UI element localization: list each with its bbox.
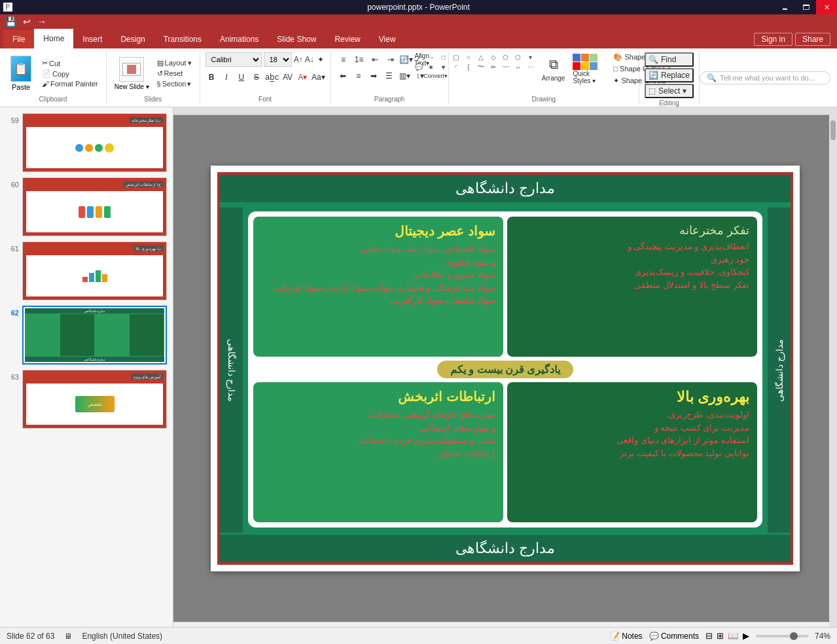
slide-thumb-59[interactable]: 59 ب) تفکر مخترعانه	[6, 113, 167, 172]
decrease-indent-button[interactable]: ⇤	[368, 52, 382, 67]
increase-font-button[interactable]: A↑	[294, 52, 303, 67]
oval-shape[interactable]: ○	[463, 52, 474, 62]
pentagon-shape[interactable]: ⬠	[500, 52, 512, 62]
slide-panel[interactable]: 59 ب) تفکر مخترعانه	[0, 107, 173, 641]
slide-side-right-text: مدارج دانشگاهی	[774, 339, 785, 402]
tab-slideshow[interactable]: Slide Show	[268, 30, 325, 48]
shadow-button[interactable]: ab̲c	[265, 70, 279, 84]
numbering-button[interactable]: 1≡	[352, 52, 366, 67]
connector-shape[interactable]: ↔	[512, 62, 524, 71]
char-spacing-button[interactable]: AV	[281, 70, 294, 84]
tab-insert[interactable]: Insert	[73, 30, 111, 48]
copy-button[interactable]: 📄 Copy	[39, 69, 101, 79]
reset-button[interactable]: ↺ Reset	[154, 69, 194, 79]
curve-shape[interactable]: 〜	[475, 62, 487, 71]
justify-button[interactable]: ☰	[382, 69, 397, 83]
scribble-shape[interactable]: 〰	[500, 62, 512, 71]
canvas-scroll-area[interactable]: مدارج دانشگاهی مدارج دانشگاهی مدارج دانش…	[173, 115, 837, 622]
signin-area: Sign in Share	[754, 33, 837, 48]
slideshow-button[interactable]: ▶	[743, 631, 749, 641]
tab-home[interactable]: Home	[34, 29, 73, 48]
undo-qat-button[interactable]: ↩	[21, 16, 33, 27]
slide-thumb-63[interactable]: 63 آموزش های ویژه تخصص	[6, 370, 167, 429]
italic-button[interactable]: I	[221, 70, 233, 84]
column-button[interactable]: ▥▾	[398, 69, 412, 83]
section-button[interactable]: § Section ▾	[154, 79, 194, 89]
decrease-font-button[interactable]: A↓	[305, 52, 314, 67]
layout-button[interactable]: ▤ Layout ▾	[154, 58, 194, 68]
shapes-more[interactable]: ▾	[525, 52, 537, 62]
tab-file[interactable]: File	[3, 30, 34, 48]
tab-transitions[interactable]: Transitions	[154, 30, 211, 48]
normal-view-button[interactable]: ⊟	[705, 631, 713, 641]
slide-thumb-62[interactable]: 62 مدارج دانشگاهی مدارج دانشگاهی	[6, 306, 167, 365]
slide-thumb-61[interactable]: 61 د) بهره وری بالا	[6, 241, 167, 300]
slide-image-60[interactable]: ج) ارتباطات اثربخش	[22, 177, 167, 236]
bullets-button[interactable]: ≡	[336, 52, 351, 67]
save-qat-button[interactable]: 💾	[3, 16, 18, 27]
slide-sorter-button[interactable]: ⊞	[717, 631, 724, 641]
tab-design[interactable]: Design	[111, 30, 154, 48]
font-size-selector[interactable]: 18	[264, 52, 292, 67]
align-left-button[interactable]: ⬅	[336, 69, 351, 83]
tab-review[interactable]: Review	[325, 30, 369, 48]
maximize-button[interactable]: 🗖	[795, 0, 816, 14]
reading-view-button[interactable]: 📖	[728, 631, 739, 641]
rect-shape[interactable]: □	[438, 52, 450, 62]
search-box[interactable]: 🔍 Tell me what you want to do...	[700, 71, 830, 84]
slide-62-header-mini: مدارج دانشگاهی	[25, 308, 164, 313]
find-button[interactable]: 🔍 Find	[645, 52, 694, 67]
diamond-shape[interactable]: ◇	[488, 52, 499, 62]
align-right-button[interactable]: ➡	[367, 69, 382, 83]
close-button[interactable]: ✕	[816, 0, 837, 14]
replace-button[interactable]: 🔄 Replace	[645, 68, 694, 82]
align-center-button[interactable]: ≡	[351, 69, 366, 83]
minimize-button[interactable]: 🗕	[774, 0, 795, 14]
quick-styles-button[interactable]: Quick Styles ▾	[570, 52, 608, 86]
line-shape[interactable]: ╱	[413, 52, 425, 62]
freeform-shape[interactable]: ✏	[488, 62, 499, 71]
format-painter-button[interactable]: 🖌 Format Painter	[39, 79, 101, 88]
slide-thumb-60[interactable]: 60 ج) ارتباطات اثربخش	[6, 177, 167, 236]
slide-image-61[interactable]: د) بهره وری بالا	[22, 241, 167, 300]
more-shapes[interactable]: ⋯	[525, 62, 537, 71]
comments-button[interactable]: 💬 Comments	[649, 632, 699, 641]
cut-button[interactable]: ✂ Cut	[39, 58, 101, 68]
signin-button[interactable]: Sign in	[754, 33, 792, 46]
bold-button[interactable]: B	[205, 70, 218, 84]
share-button[interactable]: Share	[795, 33, 830, 46]
arrange-button[interactable]: ⧉ Arrange	[539, 52, 568, 83]
font-family-selector[interactable]: Calibri	[205, 52, 262, 67]
arc-shape[interactable]: ◜	[450, 62, 462, 71]
callout-shape[interactable]: 💬	[413, 62, 425, 71]
arrow-shape[interactable]: →	[425, 52, 437, 62]
new-slide-button[interactable]: New Slide ▾	[112, 57, 152, 90]
strikethrough-button[interactable]: S	[250, 70, 262, 84]
heart-shape[interactable]: ♥	[438, 62, 450, 71]
paste-button[interactable]: 📋 Paste	[5, 53, 37, 94]
increase-indent-button[interactable]: ⇥	[383, 52, 398, 67]
slide-image-62[interactable]: مدارج دانشگاهی مدارج دانشگاهی	[22, 306, 167, 365]
slide-image-59[interactable]: ب) تفکر مخترعانه	[22, 113, 167, 172]
communications-box: ارتباطات اثربخش مهارت‌های کارهای گروهی، …	[253, 382, 503, 522]
star-shape[interactable]: ★	[425, 62, 437, 71]
clear-format-button[interactable]: ✦	[316, 52, 325, 67]
tab-view[interactable]: View	[370, 30, 405, 48]
font-color-button[interactable]: A▾	[296, 70, 309, 84]
brace-shape[interactable]: {	[463, 62, 474, 71]
underline-button[interactable]: U	[235, 70, 247, 84]
text-direction-button[interactable]: 🔃▾	[399, 52, 414, 67]
slide-image-63[interactable]: آموزش های ویژه تخصص	[22, 370, 167, 429]
vscroll-thumb[interactable]	[830, 120, 836, 140]
tab-animations[interactable]: Animations	[211, 30, 268, 48]
hexagon-shape[interactable]: ⬡	[512, 52, 524, 62]
triangle-shape[interactable]: △	[475, 52, 487, 62]
notes-button[interactable]: 📝 Notes	[610, 632, 643, 641]
rounded-rect-shape[interactable]: ▢	[450, 52, 462, 62]
zoom-slider[interactable]	[756, 635, 808, 637]
redo-qat-button[interactable]: →	[35, 16, 48, 27]
canvas-vertical-scrollbar[interactable]	[829, 107, 837, 641]
select-button[interactable]: ⬚ Select ▾	[645, 84, 694, 98]
zoom-thumb[interactable]	[790, 632, 798, 640]
change-case-button[interactable]: Aa▾	[312, 70, 325, 84]
